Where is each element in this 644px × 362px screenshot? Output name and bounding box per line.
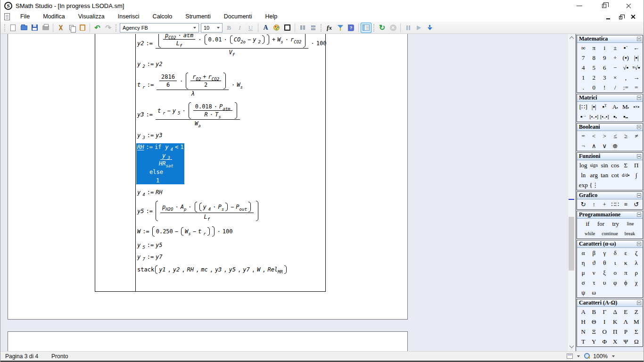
palette-button-=[interactable]: = [631,83,642,92]
cut-button[interactable] [55,23,66,33]
palette-button-4[interactable]: 4 [578,63,589,72]
palette-button->[interactable]: > [599,132,610,140]
palette-button-sign[interactable]: sign [589,161,600,170]
menu-item-inserisci[interactable]: Inserisci [111,12,146,21]
palette-button-exp[interactable]: exp [578,181,589,189]
recalculate-button[interactable]: ↻ [377,23,388,33]
panel-header-programmazione[interactable]: Programmazione [577,211,643,219]
zoom-level[interactable]: 100% [593,353,608,360]
paste-button[interactable] [77,23,88,33]
palette-button-Ω[interactable]: Ω [631,337,642,346]
palette-button-,[interactable]: , [620,73,631,82]
palette-button-▪˙[interactable]: ▪˙ [620,43,631,52]
formula-y5-assign[interactable]: y5:=y5 [136,241,164,249]
palette-button-≠[interactable]: ≠ [631,132,642,140]
palette-button-σ[interactable]: σ [578,278,589,287]
align-horizontal-button[interactable] [297,23,308,33]
palette-button-Α[interactable]: Α [578,307,589,316]
palette-button-Ψ[interactable]: Ψ [620,337,631,346]
minimize-button[interactable] [574,1,585,10]
formula-y3-assign[interactable]: y3:=y3 [136,132,164,139]
palette-button-β[interactable]: β [589,248,600,257]
formula-tr-def[interactable]: tr:=28166·rO2+rCO22λ·Ws [136,72,244,98]
palette-button-7[interactable]: 7 [578,53,589,62]
new-file-button[interactable] [8,23,18,33]
palette-button-d/d▪[interactable]: d/d▪ [620,171,631,180]
scroll-up-button[interactable] [568,34,576,42]
collapse-icon[interactable] [637,37,641,41]
palette-button-−[interactable]: − [610,63,621,72]
align-vertical-button[interactable] [308,23,319,33]
palette-button-Ι[interactable]: Ι [599,317,610,326]
palette-button-∞[interactable]: ∞ [578,43,589,52]
palette-button-1[interactable]: 1 [578,73,589,82]
palette-button-Ξ[interactable]: Ξ [589,327,600,336]
run-button[interactable] [413,23,424,33]
redo-button[interactable]: ↷ [103,23,114,33]
palette-button-Δ[interactable]: Δ [610,307,621,316]
palette-button-←[interactable]: ← [631,43,642,52]
palette-button-χ[interactable]: χ [631,278,642,287]
palette-button-arg[interactable]: arg [589,171,600,180]
palette-button-φ[interactable]: φ [610,278,621,287]
palette-button-Ρ[interactable]: Ρ [620,327,631,336]
palette-button-→[interactable]: → [631,73,642,82]
palette-button-+[interactable]: + [599,200,610,209]
palette-button-continue[interactable]: continue [602,229,618,238]
scroll-down-button[interactable] [568,343,576,351]
formula-y3-def[interactable]: y3:=tr−y5·0.018·PatmR·TsWa [136,102,242,127]
palette-button-ln[interactable]: ln [578,171,589,180]
palette-button-3[interactable]: 3 [599,73,610,82]
menu-item-documenti[interactable]: Documenti [217,12,259,21]
palette-button-×[interactable]: × [610,73,621,82]
panel-header-funzioni[interactable]: Funzioni [577,153,643,160]
palette-button-ⁿ√▪[interactable]: ⁿ√▪ [631,63,642,72]
palette-button-cos[interactable]: cos [610,161,621,170]
palette-button-M[interactable]: M▪ [620,102,631,111]
palette-button-√▪[interactable]: √▪ [620,63,631,72]
palette-button-≤[interactable]: ≤ [610,132,621,140]
palette-button-∫[interactable]: ∫ [631,171,642,180]
palette-button-[▪..▪][interactable]: [▪..▪] [589,112,600,121]
palette-button-while[interactable]: while [585,229,595,238]
palette-button-π[interactable]: π [620,268,631,277]
palette-button-≡[interactable]: ≡ [620,200,631,209]
worksheet-canvas[interactable]: y2:=pCO2·atmLf·0.01·CO2o−y2+Ws·rCO2Vf·10… [0,34,576,351]
palette-button-line[interactable]: line [627,219,634,228]
palette-button-i[interactable]: i [599,43,610,52]
palette-button-log[interactable]: log [578,161,589,170]
palette-button-ε[interactable]: ε [620,248,631,257]
formula-y4-assign[interactable]: y4:=RH [136,189,164,196]
palette-button-Κ[interactable]: Κ [610,317,621,326]
font-size-combobox[interactable]: 10 [201,23,223,33]
palette-button-Τ[interactable]: Τ [578,337,589,346]
palette-button-(▪)[interactable]: (▪) [620,53,631,62]
palette-button-ι[interactable]: ι [610,258,621,267]
palette-button-∨[interactable]: ∨ [599,141,610,150]
palette-button-Η[interactable]: Η [578,317,589,326]
palette-button-τ[interactable]: τ [589,278,600,287]
font-name-combobox[interactable]: Agency FB [120,23,199,33]
menu-item-modifica[interactable]: Modifica [36,12,72,21]
collapse-icon[interactable] [637,213,641,217]
palette-button-ϕ[interactable]: ϕ [620,278,631,287]
mdi-close-button[interactable] [629,14,636,19]
menu-item-help[interactable]: Help [259,12,284,21]
underline-button[interactable]: U [245,23,256,33]
palette-button-▪[interactable]: ▪▪ [610,112,621,121]
palette-button-[∷][interactable]: [∷] [578,102,589,111]
palette-button-9[interactable]: 9 [599,53,610,62]
save-button[interactable] [29,23,40,33]
palette-button-ξ[interactable]: ξ [599,268,610,277]
palette-button-6[interactable]: 6 [599,63,610,72]
panel-header-matrici[interactable]: Matrici [577,94,643,102]
palette-button-8[interactable]: 8 [589,53,600,62]
palette-button-υ[interactable]: υ [599,278,610,287]
palette-button-for[interactable]: for [597,219,604,228]
palette-button-<[interactable]: < [589,132,600,140]
palette-button-Ζ[interactable]: Ζ [631,307,642,316]
palette-button-Β[interactable]: Β [589,307,600,316]
border-button[interactable] [282,23,293,33]
menu-item-file[interactable]: File [14,12,36,21]
bold-button[interactable]: B [223,23,234,33]
